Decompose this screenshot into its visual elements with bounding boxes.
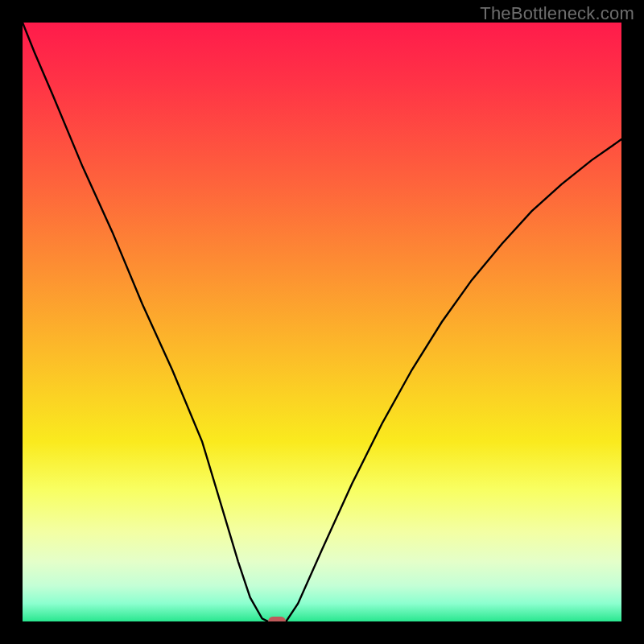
watermark-text: TheBottleneck.com [480, 3, 634, 24]
chart-frame: TheBottleneck.com [0, 0, 644, 644]
bottleneck-curve [23, 23, 621, 621]
optimal-marker [268, 617, 286, 621]
plot-area [23, 23, 621, 621]
